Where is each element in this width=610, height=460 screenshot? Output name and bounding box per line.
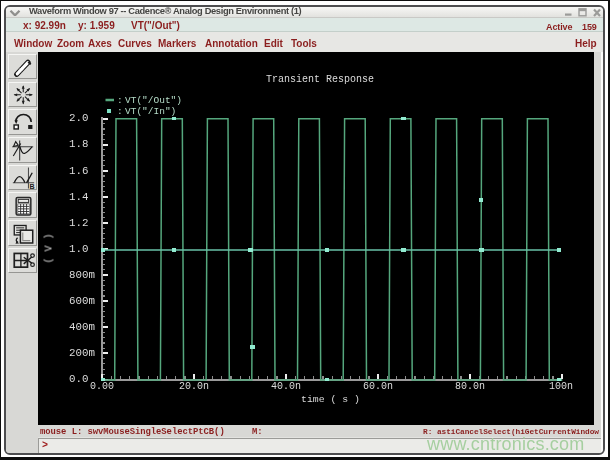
svg-text:B: B (29, 183, 34, 190)
